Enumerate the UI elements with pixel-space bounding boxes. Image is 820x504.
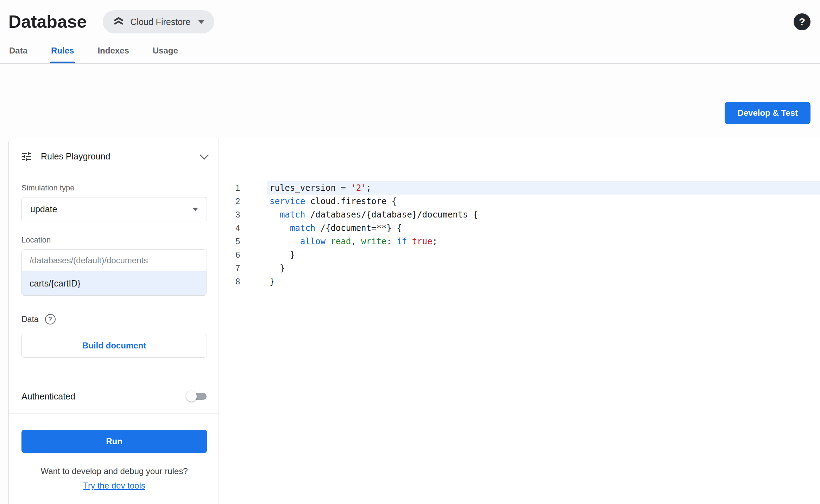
code-line: 6 }	[219, 248, 820, 262]
line-number: 6	[219, 248, 267, 262]
develop-test-button[interactable]: Develop & Test	[725, 102, 810, 124]
code-text: match /{document=**} {	[267, 221, 820, 235]
chevron-down-icon	[198, 20, 204, 24]
tab-bar: Data Rules Indexes Usage	[0, 36, 820, 64]
code-text: }	[267, 275, 820, 288]
rules-playground-sidebar: Rules Playground Simulation type update …	[9, 139, 219, 504]
data-section-header: Data ?	[21, 314, 207, 325]
editor-top-strip	[219, 139, 820, 174]
authenticated-row: Authenticated	[9, 379, 219, 414]
help-outline-icon: ?	[48, 316, 52, 323]
code-line: 5 allow read, write: if true;	[219, 235, 820, 248]
build-document-button[interactable]: Build document	[21, 334, 207, 358]
location-label: Location	[21, 235, 207, 245]
code-line: 8}	[219, 275, 820, 288]
code-line: 1rules_version = '2';	[219, 181, 820, 195]
devtools-prompt: Want to develop and debug your rules? Tr…	[21, 466, 207, 491]
run-button[interactable]: Run	[21, 430, 207, 453]
code-text: service cloud.firestore {	[267, 195, 820, 208]
location-input[interactable]	[22, 271, 207, 295]
devtools-question: Want to develop and debug your rules?	[21, 466, 207, 476]
run-section: Run Want to develop and debug your rules…	[9, 414, 219, 491]
rules-playground-title: Rules Playground	[41, 151, 110, 162]
rules-panel: Rules Playground Simulation type update …	[8, 139, 820, 504]
code-text: allow read, write: if true;	[267, 235, 820, 248]
line-number: 5	[219, 235, 267, 248]
data-help-button[interactable]: ?	[45, 314, 56, 325]
actions-row: Develop & Test	[0, 102, 820, 124]
code-line: 3 match /databases/{database}/documents …	[219, 208, 820, 221]
simulation-type-label: Simulation type	[21, 183, 207, 193]
simulation-type-select[interactable]: update	[21, 197, 207, 221]
help-icon: ?	[799, 16, 805, 28]
simulation-type-value: update	[30, 204, 57, 214]
product-selector-label: Cloud Firestore	[130, 17, 190, 27]
line-number: 4	[219, 221, 267, 235]
collapse-chevron-icon[interactable]	[200, 151, 208, 159]
code-text: }	[267, 262, 820, 275]
help-button[interactable]: ?	[794, 13, 810, 30]
location-base-path: /databases/(default)/documents	[22, 250, 207, 271]
rules-code-editor[interactable]: 1rules_version = '2';2service cloud.fire…	[219, 139, 820, 504]
location-field-group: /databases/(default)/documents	[21, 249, 207, 296]
line-number: 3	[219, 208, 267, 221]
code-text: match /databases/{database}/documents {	[267, 208, 820, 221]
product-selector-dropdown[interactable]: Cloud Firestore	[103, 10, 214, 33]
code-line: 4 match /{document=**} {	[219, 221, 820, 235]
code-text: rules_version = '2';	[267, 181, 820, 195]
code-text: }	[267, 248, 820, 262]
tab-indexes[interactable]: Indexes	[97, 36, 130, 63]
select-arrow-icon	[193, 208, 198, 211]
page-title: Database	[8, 12, 87, 32]
tab-data[interactable]: Data	[8, 36, 28, 63]
code-line: 7 }	[219, 262, 820, 275]
tab-rules[interactable]: Rules	[50, 36, 75, 63]
toggle-thumb	[186, 391, 197, 402]
line-number: 2	[219, 195, 267, 208]
page-header: Database Cloud Firestore ?	[0, 0, 820, 36]
line-number: 1	[219, 181, 267, 195]
line-number: 7	[219, 262, 267, 275]
tune-icon	[21, 151, 32, 162]
tab-usage[interactable]: Usage	[152, 36, 179, 63]
authenticated-toggle[interactable]	[186, 391, 207, 402]
firestore-icon	[113, 16, 125, 28]
data-label: Data	[21, 315, 39, 324]
playground-form: Simulation type update Location /databas…	[9, 174, 219, 379]
devtools-link[interactable]: Try the dev tools	[83, 481, 145, 491]
code-line: 2service cloud.firestore {	[219, 195, 820, 208]
code-lines: 1rules_version = '2';2service cloud.fire…	[219, 174, 820, 288]
rules-playground-header[interactable]: Rules Playground	[9, 139, 219, 174]
line-number: 8	[219, 275, 267, 288]
authenticated-label: Authenticated	[21, 391, 75, 402]
